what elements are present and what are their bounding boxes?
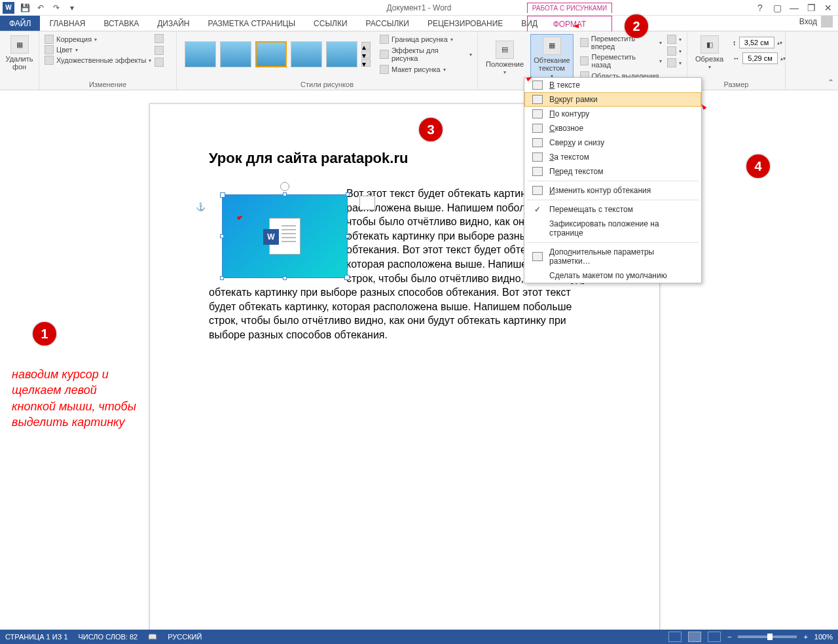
wrap-edit-points[interactable]: Изменить контур обтекания bbox=[524, 183, 701, 198]
undo-icon[interactable]: ↶ bbox=[35, 3, 46, 13]
tab-format[interactable]: ФОРМАТ bbox=[527, 16, 612, 31]
titlebar: W 💾 ↶ ↷ ▾ Документ1 - Word РАБОТА С РИСУ… bbox=[0, 0, 838, 16]
wrap-through[interactable]: Сквозное bbox=[524, 121, 701, 135]
status-page[interactable]: СТРАНИЦА 1 ИЗ 1 bbox=[5, 633, 68, 641]
tab-file[interactable]: ФАЙЛ bbox=[0, 16, 40, 31]
height-stepper[interactable]: ▴▾ bbox=[777, 40, 782, 46]
change-picture-icon[interactable] bbox=[155, 46, 164, 55]
wrap-text-menu: В тексте Вокруг рамки По контуру Сквозно… bbox=[524, 77, 702, 283]
tab-mailings[interactable]: РАССЫЛКИ bbox=[357, 16, 418, 31]
rotate-button[interactable]: ▾ bbox=[667, 58, 682, 68]
view-print-layout[interactable] bbox=[688, 632, 701, 642]
resize-handle[interactable] bbox=[283, 192, 287, 196]
restore-icon[interactable]: ❐ bbox=[805, 2, 817, 14]
wrap-text-button[interactable]: ▦ Обтекание текстом ▾ bbox=[530, 34, 573, 81]
ribbon-collapse-icon[interactable]: ⌃ bbox=[828, 78, 834, 87]
artistic-icon bbox=[45, 56, 54, 65]
group-remove-bg: ▦ Удалить фон bbox=[0, 31, 39, 90]
tab-design[interactable]: ДИЗАЙН bbox=[148, 16, 198, 31]
crop-button[interactable]: ◧ Обрезка ▾ bbox=[693, 34, 726, 71]
compress-icon[interactable] bbox=[155, 34, 164, 43]
annotation-badge-3: 3 bbox=[419, 118, 443, 141]
wrap-text-icon: ▦ bbox=[543, 37, 561, 55]
help-icon[interactable]: ? bbox=[754, 2, 766, 14]
gallery-more-icon[interactable]: ▾ bbox=[361, 59, 371, 67]
inserted-picture[interactable]: W bbox=[222, 194, 348, 278]
wrap-front[interactable]: Перед текстом bbox=[524, 164, 701, 179]
style-thumb[interactable] bbox=[291, 41, 322, 67]
picture-layout-button[interactable]: Макет рисунка▾ bbox=[380, 64, 472, 75]
zoom-in-icon[interactable]: + bbox=[803, 633, 807, 641]
tab-review[interactable]: РЕЦЕНЗИРОВАНИЕ bbox=[418, 16, 512, 31]
resize-handle[interactable] bbox=[220, 234, 224, 238]
wrap-through-icon bbox=[532, 124, 543, 133]
tab-home[interactable]: ГЛАВНАЯ bbox=[40, 16, 94, 31]
view-web-layout[interactable] bbox=[708, 632, 721, 642]
wrap-inline[interactable]: В тексте bbox=[524, 78, 701, 92]
position-button[interactable]: ▤ Положение ▾ bbox=[483, 34, 526, 81]
tab-insert[interactable]: ВСТАВКА bbox=[94, 16, 148, 31]
redo-icon[interactable]: ↷ bbox=[51, 3, 62, 13]
annotation-badge-2: 2 bbox=[625, 14, 648, 38]
zoom-slider[interactable] bbox=[738, 635, 797, 638]
wrap-move-with-text[interactable]: ✓Перемещать с текстом bbox=[524, 202, 701, 217]
send-backward-button[interactable]: Переместить назад▾ bbox=[580, 52, 662, 69]
style-thumb[interactable] bbox=[326, 41, 357, 67]
corrections-button[interactable]: Коррекция▾ bbox=[45, 34, 171, 45]
resize-handle[interactable] bbox=[283, 276, 287, 280]
remove-bg-icon: ▦ bbox=[10, 35, 29, 54]
resize-handle[interactable] bbox=[346, 192, 350, 196]
crop-icon: ◧ bbox=[701, 35, 719, 54]
style-thumb-selected[interactable] bbox=[255, 41, 287, 67]
save-icon[interactable]: 💾 bbox=[20, 3, 30, 13]
zoom-out-icon[interactable]: − bbox=[727, 633, 731, 641]
wrap-set-default[interactable]: Сделать макетом по умолчанию bbox=[524, 268, 701, 283]
wrap-more-options[interactable]: Дополнительные параметры разметки… bbox=[524, 245, 701, 268]
wrap-behind[interactable]: За текстом bbox=[524, 150, 701, 164]
rotate-handle[interactable] bbox=[280, 182, 289, 191]
align-button[interactable]: ▾ bbox=[667, 34, 682, 45]
minimize-icon[interactable]: — bbox=[788, 2, 800, 14]
status-language[interactable]: РУССКИЙ bbox=[168, 633, 202, 641]
wrap-fix-position[interactable]: Зафиксировать положение на странице bbox=[524, 217, 701, 240]
style-thumb[interactable] bbox=[185, 41, 216, 67]
ribbon: ▦ Удалить фон Коррекция▾ Цвет▾ Художеств… bbox=[0, 31, 838, 90]
remove-bg-button[interactable]: ▦ Удалить фон bbox=[5, 34, 33, 72]
qat-customize-icon[interactable]: ▾ bbox=[67, 3, 77, 13]
anchor-icon: ⚓ bbox=[196, 202, 206, 211]
tab-references[interactable]: ССЫЛКИ bbox=[304, 16, 356, 31]
picture-styles-gallery[interactable]: ▴ ▾ ▾ bbox=[182, 39, 373, 70]
color-button[interactable]: Цвет▾ bbox=[45, 45, 171, 55]
reset-picture-icon[interactable] bbox=[155, 58, 164, 67]
menu-separator bbox=[527, 200, 699, 200]
tab-layout[interactable]: РАЗМЕТКА СТРАНИЦЫ bbox=[199, 16, 305, 31]
ribbon-options-icon[interactable]: ▢ bbox=[771, 2, 783, 14]
height-input[interactable] bbox=[739, 37, 774, 48]
bring-forward-button[interactable]: Переместить вперед▾ bbox=[580, 34, 662, 51]
status-proofing-icon[interactable]: 📖 bbox=[148, 633, 157, 641]
width-input[interactable] bbox=[742, 52, 778, 64]
wrap-topbottom[interactable]: Сверху и снизу bbox=[524, 135, 701, 150]
resize-handle[interactable] bbox=[220, 276, 224, 280]
style-thumb[interactable] bbox=[220, 41, 251, 67]
width-stepper[interactable]: ▴▾ bbox=[780, 56, 786, 62]
picture-effects-button[interactable]: Эффекты для рисунка▾ bbox=[380, 46, 472, 63]
picture-border-button[interactable]: Граница рисунка▾ bbox=[380, 34, 472, 45]
wrap-text-label: Обтекание текстом bbox=[534, 56, 570, 72]
align-icon bbox=[667, 35, 676, 44]
bring-forward-icon bbox=[580, 38, 589, 47]
gallery-down-icon[interactable]: ▾ bbox=[361, 50, 371, 58]
group-button[interactable]: ▾ bbox=[667, 46, 682, 56]
signin-area[interactable]: Вход bbox=[799, 16, 833, 27]
group-icon bbox=[667, 46, 676, 56]
artistic-button[interactable]: Художественные эффекты▾ bbox=[45, 55, 171, 65]
wrap-tight[interactable]: По контуру bbox=[524, 107, 701, 121]
gallery-up-icon[interactable]: ▴ bbox=[361, 42, 371, 50]
view-read-mode[interactable] bbox=[668, 632, 682, 642]
zoom-level[interactable]: 100% bbox=[814, 633, 833, 641]
wrap-square[interactable]: Вокруг рамки bbox=[524, 92, 701, 107]
status-words[interactable]: ЧИСЛО СЛОВ: 82 bbox=[79, 633, 138, 641]
resize-handle[interactable] bbox=[346, 234, 350, 238]
close-icon[interactable]: ✕ bbox=[822, 2, 834, 14]
layout-options-icon[interactable] bbox=[359, 196, 375, 210]
